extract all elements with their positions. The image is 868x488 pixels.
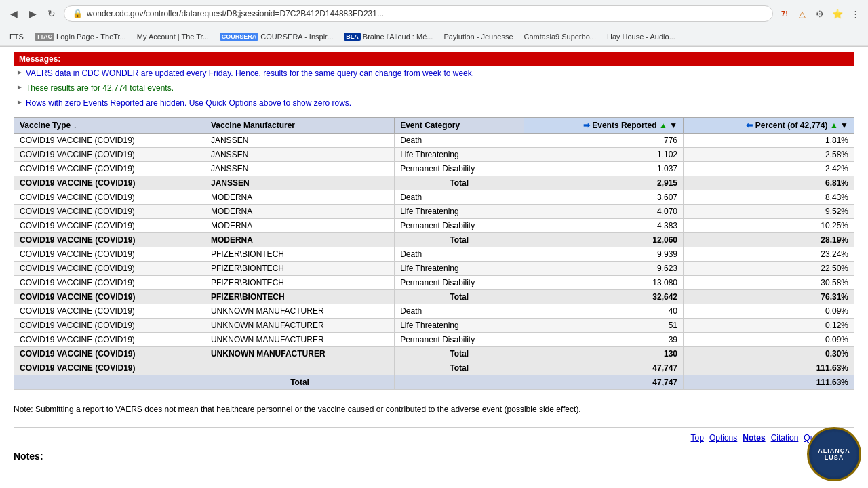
arrow-right-icon: ➡ — [583, 121, 590, 130]
footer-links: Top Options Notes Citation Query Criteri… — [14, 427, 854, 448]
page-content: Messages: ► VAERS data in CDC WONDER are… — [0, 47, 868, 488]
table-cell-events: 776 — [524, 134, 684, 148]
footer-link-notes[interactable]: Notes — [743, 433, 765, 443]
sort-up-icon: ▲ — [830, 121, 838, 130]
table-cell-category: Permanent Disability — [395, 276, 524, 290]
table-cell-percent: 0.09% — [684, 304, 854, 319]
table-cell-percent: 2.42% — [684, 162, 854, 176]
sort-down-icon: ▼ — [669, 121, 677, 130]
col-header-events-reported[interactable]: ➡ Events Reported ▲ ▼ — [524, 118, 684, 134]
settings-icon[interactable]: ⚙ — [812, 6, 827, 21]
footer-link-top[interactable]: Top — [691, 433, 704, 443]
table-cell-category — [395, 375, 524, 390]
table-cell-percent: 2.58% — [684, 148, 854, 162]
table-cell-category: Death — [395, 134, 524, 148]
browser-icons: 7! △ ⚙ ⭐ ⋮ — [777, 6, 863, 21]
table-cell-percent: 28.19% — [684, 233, 854, 247]
bookmark-label: Login Page - TheTr... — [56, 33, 126, 41]
col-header-manufacturer[interactable]: Vaccine Manufacturer — [205, 118, 394, 134]
table-cell-vaccine-type: COVID19 VACCINE (COVID19) — [14, 347, 205, 361]
bookmark-ttac[interactable]: TTAC Login Page - TheTr... — [31, 31, 130, 42]
col-header-event-category[interactable]: Event Category — [395, 118, 524, 134]
table-cell-category: Total — [395, 233, 524, 247]
bookmark-hayhouse[interactable]: Hay House - Audio... — [603, 31, 679, 42]
table-cell-category: Total — [395, 290, 524, 304]
message-arrow-icon: ► — [16, 67, 23, 77]
message-item-1: ► VAERS data in CDC WONDER are updated e… — [14, 66, 854, 81]
back-button[interactable]: ◀ — [5, 5, 22, 22]
bookmark-bla[interactable]: BLA Braine l'Alleud : Mé... — [340, 31, 437, 42]
browser-toolbar: ◀ ▶ ↻ 🔒 wonder.cdc.gov/controller/datare… — [0, 0, 868, 27]
table-cell-events: 13,080 — [524, 276, 684, 290]
table-cell-category: Life Threatening — [395, 148, 524, 162]
table-cell-percent: 0.30% — [684, 347, 854, 361]
table-cell-manufacturer — [205, 361, 394, 375]
bookmark-camtasia[interactable]: Camtasia9 Superbo... — [520, 31, 600, 42]
table-cell-category: Life Threatening — [395, 262, 524, 276]
bookmark-paylution[interactable]: Paylution - Jeunesse — [439, 31, 517, 42]
watermark-text: ALIANÇA LUSA — [818, 447, 850, 461]
bookmark-label: Camtasia9 Superbo... — [524, 33, 596, 41]
table-cell-vaccine-type: COVID19 VACCINE (COVID19) — [14, 262, 205, 276]
watermark-logo: ALIANÇA LUSA — [807, 427, 861, 481]
table-cell-category: Life Threatening — [395, 319, 524, 333]
table-cell-vaccine-type: COVID19 VACCINE (COVID19) — [14, 148, 205, 162]
alert-icon[interactable]: △ — [795, 6, 810, 21]
data-table: Vaccine Type ↓ Vaccine Manufacturer Even… — [14, 117, 854, 390]
note-section: Note: Submitting a report to VAERS does … — [14, 398, 854, 422]
more-icon[interactable]: ⋮ — [848, 6, 863, 21]
table-cell-percent: 0.12% — [684, 319, 854, 333]
table-cell-vaccine-type: COVID19 VACCINE (COVID19) — [14, 247, 205, 262]
table-cell-vaccine-type: COVID19 VACCINE (COVID19) — [14, 205, 205, 219]
footer-link-citation[interactable]: Citation — [771, 433, 799, 443]
table-cell-manufacturer: MODERNA — [205, 205, 394, 219]
table-cell-events: 47,747 — [524, 375, 684, 390]
message-text-3: Rows with zero Events Reported are hidde… — [26, 97, 351, 109]
table-cell-category: Death — [395, 190, 524, 205]
table-cell-percent: 22.50% — [684, 262, 854, 276]
bookmark-fts[interactable]: FTS — [5, 31, 28, 42]
url-text: wonder.cdc.gov/controller/datarequest/D8… — [87, 9, 764, 18]
bookmark-star-icon[interactable]: ⭐ — [830, 6, 845, 21]
table-cell-events: 3,607 — [524, 190, 684, 205]
table-cell-vaccine-type: COVID19 VACCINE (COVID19) — [14, 134, 205, 148]
address-bar[interactable]: 🔒 wonder.cdc.gov/controller/datarequest/… — [64, 5, 773, 22]
table-cell-events: 9,939 — [524, 247, 684, 262]
table-cell-vaccine-type: COVID19 VACCINE (COVID19) — [14, 162, 205, 176]
table-cell-manufacturer: JANSSEN — [205, 162, 394, 176]
table-cell-events: 12,060 — [524, 233, 684, 247]
message-text-2: These results are for 42,774 total event… — [26, 82, 174, 94]
table-cell-percent: 76.31% — [684, 290, 854, 304]
table-cell-percent: 0.09% — [684, 333, 854, 347]
reload-button[interactable]: ↻ — [43, 5, 60, 22]
message-text-1: VAERS data in CDC WONDER are updated eve… — [26, 67, 474, 79]
table-cell-vaccine-type — [14, 375, 205, 390]
table-cell-events: 4,070 — [524, 205, 684, 219]
message-item-2: ► These results are for 42,774 total eve… — [14, 81, 854, 96]
bookmark-tag: TTAC — [35, 33, 54, 41]
table-cell-manufacturer: PFIZER\BIONTECH — [205, 290, 394, 304]
table-cell-category: Total — [395, 347, 524, 361]
bookmark-coursera[interactable]: COURSERA COURSERA - Inspir... — [216, 31, 338, 42]
table-cell-events: 1,102 — [524, 148, 684, 162]
messages-header: Messages: — [14, 52, 854, 66]
col-header-vaccine-type[interactable]: Vaccine Type ↓ — [14, 118, 205, 134]
table-cell-percent: 6.81% — [684, 176, 854, 190]
table-cell-manufacturer: PFIZER\BIONTECH — [205, 262, 394, 276]
table-cell-manufacturer: JANSSEN — [205, 134, 394, 148]
table-cell-events: 51 — [524, 319, 684, 333]
table-cell-category: Death — [395, 304, 524, 319]
col-header-percent[interactable]: ⬅ Percent (of 42,774) ▲ ▼ — [684, 118, 854, 134]
table-cell-percent: 30.58% — [684, 276, 854, 290]
table-cell-manufacturer: JANSSEN — [205, 176, 394, 190]
bookmark-label: Braine l'Alleud : Mé... — [363, 33, 433, 41]
bookmark-tag: COURSERA — [220, 33, 259, 41]
bookmark-tag: BLA — [344, 33, 361, 41]
table-cell-vaccine-type: COVID19 VACCINE (COVID19) — [14, 290, 205, 304]
table-cell-percent: 23.24% — [684, 247, 854, 262]
table-cell-vaccine-type: COVID19 VACCINE (COVID19) — [14, 276, 205, 290]
forward-button[interactable]: ▶ — [24, 5, 41, 22]
footer-link-options[interactable]: Options — [709, 433, 737, 443]
shield-icon[interactable]: 7! — [777, 6, 792, 21]
bookmark-myaccount[interactable]: My Account | The Tr... — [133, 31, 213, 42]
